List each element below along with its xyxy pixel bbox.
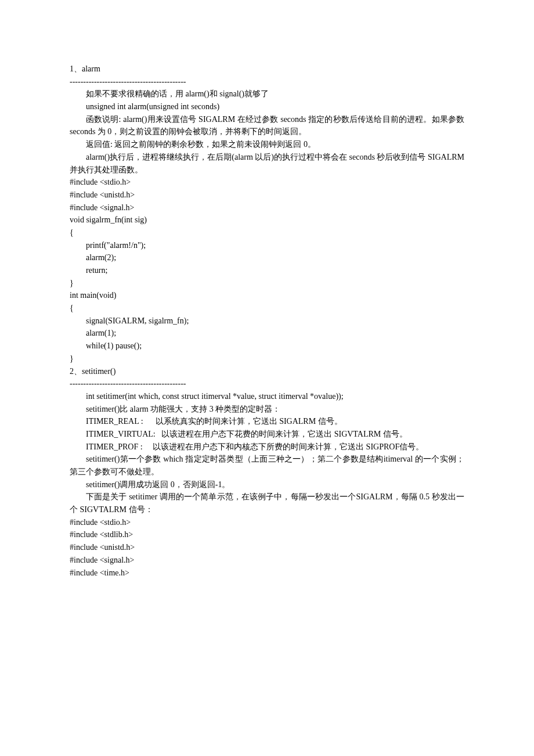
text-line: {	[70, 226, 464, 239]
text-line: printf("alarm!/n");	[70, 239, 464, 252]
text-line: ----------------------------------------…	[70, 75, 464, 88]
text-line: }	[70, 352, 464, 365]
document-page: 1、alarm---------------------------------…	[0, 0, 534, 756]
text-line: #include <unistd.h>	[70, 541, 464, 554]
text-line: ITIMER_PROF : 以该进程在用户态下和内核态下所费的时间来计算，它送出…	[70, 441, 464, 453]
text-line: setitimer()调用成功返回 0，否则返回-1。	[70, 478, 464, 491]
text-line: alarm()执行后，进程将继续执行，在后期(alarm 以后)的执行过程中将会…	[70, 151, 464, 176]
text-line: 1、alarm	[70, 63, 464, 75]
text-line: alarm(1);	[70, 327, 464, 340]
text-line: 2、setitimer()	[70, 365, 464, 378]
text-line: int setitimer(int which, const struct it…	[70, 390, 464, 403]
text-line: #include <stdio.h>	[70, 516, 464, 529]
text-line: ITIMER_REAL : 以系统真实的时间来计算，它送出 SIGALRM 信号…	[70, 415, 464, 428]
text-line: #include <time.h>	[70, 567, 464, 579]
text-line: void sigalrm_fn(int sig)	[70, 214, 464, 226]
text-line: #include <signal.h>	[70, 554, 464, 567]
text-line: signal(SIGALRM, sigalrm_fn);	[70, 315, 464, 327]
text-line: #include <stdlib.h>	[70, 528, 464, 541]
text-line: 下面是关于 setitimer 调用的一个简单示范，在该例子中，每隔一秒发出一个…	[70, 491, 464, 516]
text-line: 函数说明: alarm()用来设置信号 SIGALRM 在经过参数 second…	[70, 113, 464, 138]
text-line: ITIMER_VIRTUAL: 以该进程在用户态下花费的时间来计算，它送出 SI…	[70, 428, 464, 441]
text-line: return;	[70, 264, 464, 277]
text-line: 如果不要求很精确的话，用 alarm()和 signal()就够了	[70, 88, 464, 100]
text-line: int main(void)	[70, 289, 464, 302]
text-line: #include <signal.h>	[70, 201, 464, 214]
text-line: #include <unistd.h>	[70, 189, 464, 201]
text-line: unsigned int alarm(unsigned int seconds)	[70, 100, 464, 113]
text-line: {	[70, 302, 464, 315]
text-line: #include <stdio.h>	[70, 176, 464, 189]
text-line: setitimer()第一个参数 which 指定定时器类型（上面三种之一）；第…	[70, 453, 464, 478]
text-line: 返回值: 返回之前闹钟的剩余秒数，如果之前未设闹钟则返回 0。	[70, 138, 464, 151]
text-line: alarm(2);	[70, 251, 464, 264]
text-line: while(1) pause();	[70, 340, 464, 352]
text-line: ----------------------------------------…	[70, 377, 464, 390]
text-line: setitimer()比 alarm 功能强大，支持 3 种类型的定时器：	[70, 403, 464, 416]
text-line: }	[70, 277, 464, 290]
